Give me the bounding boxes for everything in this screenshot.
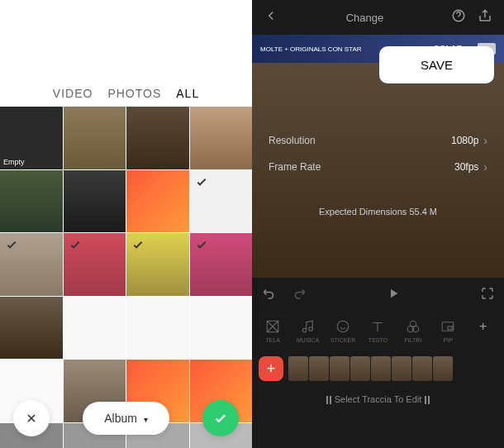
resolution-label: Resolution <box>269 135 316 146</box>
media-picker-panel: VIDEO PHOTOS ALL Empty Albu <box>0 0 252 448</box>
tool-filters[interactable]: FILTRI <box>397 319 429 343</box>
clip-thumb[interactable] <box>371 356 391 381</box>
media-cell[interactable] <box>0 233 63 296</box>
playback-controls <box>252 278 504 312</box>
tool-label: FILTRI <box>404 337 421 343</box>
checkmark-icon <box>195 238 208 251</box>
play-button[interactable] <box>386 286 401 304</box>
close-icon <box>25 412 38 425</box>
tool-label: PIP <box>444 337 453 343</box>
save-button[interactable]: SAVE <box>379 46 494 83</box>
svg-point-1 <box>337 321 349 332</box>
media-cell[interactable] <box>64 233 126 296</box>
chevron-right-icon: › <box>483 160 487 174</box>
media-cell[interactable] <box>126 297 189 360</box>
tool-text[interactable]: TESTO <box>362 319 393 343</box>
chevron-right-icon: › <box>483 134 487 147</box>
editor-panel: Change MOLTE + ORIGINALS CON STAR SOLAR … <box>252 0 504 448</box>
save-label: SAVE <box>421 58 453 72</box>
undo-button[interactable] <box>262 286 277 304</box>
tab-photos[interactable]: PHOTOS <box>107 87 161 100</box>
clip-thumb[interactable] <box>309 356 329 381</box>
album-button[interactable]: Album ▾ <box>83 402 169 435</box>
close-button[interactable] <box>13 400 50 436</box>
banner-text: MOLTE + ORIGINALS CON STAR <box>260 45 362 53</box>
tool-canvas[interactable]: TELA <box>257 319 288 343</box>
editor-header: Change <box>252 0 504 35</box>
dimensions-text: Expected Dimensions 55.4 M <box>269 207 487 217</box>
checkmark-icon <box>69 238 82 251</box>
media-cell[interactable] <box>64 297 126 360</box>
add-clip-button[interactable]: + <box>259 356 283 381</box>
checkmark-icon <box>195 175 208 188</box>
tool-music[interactable]: MUSICA <box>292 319 324 343</box>
clip-thumb[interactable] <box>330 356 349 381</box>
tool-row: TELA MUSICA STICKER TESTO FILTRI PIP + <box>252 312 504 350</box>
checkmark-icon <box>213 411 228 426</box>
checkmark-icon <box>5 238 18 251</box>
back-button[interactable] <box>264 8 278 26</box>
media-cell[interactable] <box>0 170 63 233</box>
cell-label: Empty <box>3 158 25 166</box>
header-title: Change <box>278 12 451 24</box>
media-cell[interactable] <box>64 170 126 233</box>
tool-label: TELA <box>265 337 280 343</box>
timeline: + <box>252 350 504 388</box>
media-tabs: VIDEO PHOTOS ALL <box>0 0 252 107</box>
share-button[interactable] <box>478 8 492 26</box>
media-cell[interactable] <box>126 233 189 296</box>
framerate-value: 30fps <box>454 161 478 173</box>
media-cell[interactable] <box>64 107 126 169</box>
tab-video[interactable]: VIDEO <box>53 87 93 100</box>
resolution-row[interactable]: Resolution 1080p› <box>269 134 487 147</box>
clip-thumb[interactable] <box>433 356 453 381</box>
fullscreen-button[interactable] <box>480 286 495 304</box>
tool-sticker[interactable]: STICKER <box>327 319 359 343</box>
album-label: Album <box>104 412 137 425</box>
media-cell[interactable] <box>190 297 253 360</box>
tool-more[interactable]: + <box>468 319 499 343</box>
track-label-text: Select Traccia To Edit <box>335 394 422 404</box>
video-preview: Resolution 1080p› Frame Rate 30fps› Expe… <box>252 63 504 278</box>
framerate-row[interactable]: Frame Rate 30fps› <box>269 160 487 174</box>
media-cell[interactable] <box>190 233 253 296</box>
bottom-bar: Album ▾ <box>0 400 252 436</box>
plus-icon: + <box>479 319 487 334</box>
media-cell[interactable] <box>126 170 189 233</box>
help-button[interactable] <box>451 8 466 26</box>
clip-thumb[interactable] <box>392 356 411 381</box>
resolution-value: 1080p <box>451 135 478 146</box>
media-grid: Empty <box>0 107 252 448</box>
tab-all[interactable]: ALL <box>176 87 199 100</box>
tool-label: STICKER <box>330 337 355 343</box>
media-cell[interactable]: Empty <box>0 107 63 169</box>
confirm-button[interactable] <box>202 400 239 436</box>
clip-thumb[interactable] <box>350 356 370 381</box>
clip-thumb[interactable] <box>412 356 432 381</box>
media-cell[interactable] <box>126 107 189 169</box>
media-cell[interactable] <box>190 170 253 233</box>
svg-rect-6 <box>448 326 452 330</box>
plus-icon: + <box>267 360 276 378</box>
clip-strip[interactable] <box>288 356 497 381</box>
tool-label: MUSICA <box>297 337 319 343</box>
clip-thumb[interactable] <box>288 356 308 381</box>
redo-button[interactable] <box>292 286 307 304</box>
tool-pip[interactable]: PIP <box>432 319 464 343</box>
track-selector[interactable]: Select Traccia To Edit <box>252 388 504 411</box>
chevron-down-icon: ▾ <box>144 415 148 424</box>
media-cell[interactable] <box>0 297 63 360</box>
tool-label: TESTO <box>368 337 388 343</box>
checkmark-icon <box>131 238 145 251</box>
media-cell[interactable] <box>190 107 253 169</box>
framerate-label: Frame Rate <box>269 161 321 173</box>
